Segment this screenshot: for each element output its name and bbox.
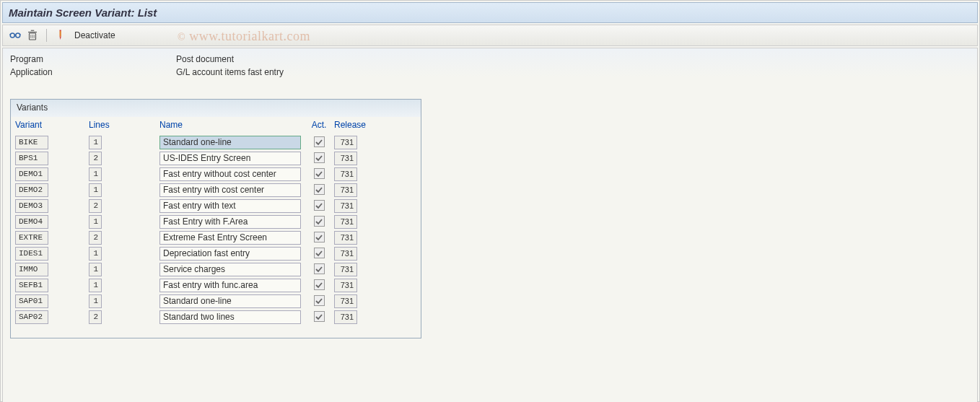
name-cell[interactable]: Fast entry with func.area xyxy=(159,279,301,292)
lines-cell[interactable]: 1 xyxy=(89,136,102,149)
lines-cell[interactable]: 1 xyxy=(89,183,102,197)
active-checkbox[interactable] xyxy=(314,279,325,290)
lines-cell[interactable]: 1 xyxy=(89,294,102,308)
active-checkbox[interactable] xyxy=(314,184,325,195)
table-row[interactable]: IMMO1Service charges731 xyxy=(15,261,416,277)
application-value: G/L account items fast entry xyxy=(176,67,284,77)
variant-cell[interactable]: DEMO2 xyxy=(15,183,48,197)
lines-cell[interactable]: 2 xyxy=(89,152,102,165)
release-cell[interactable]: 731 xyxy=(334,183,357,197)
column-header-release[interactable]: Release xyxy=(334,120,377,130)
column-header-act[interactable]: Act. xyxy=(308,120,330,130)
variant-cell[interactable]: IMMO xyxy=(15,263,48,276)
svg-rect-12 xyxy=(60,30,61,32)
column-header-name[interactable]: Name xyxy=(159,120,304,130)
name-cell[interactable]: US-IDES Entry Screen xyxy=(159,152,301,165)
lines-cell[interactable]: 1 xyxy=(89,247,102,261)
table-header: Variant Lines Name Act. Release xyxy=(15,117,416,133)
release-cell[interactable]: 731 xyxy=(334,247,357,261)
release-cell[interactable]: 731 xyxy=(334,263,357,276)
content-area: Program Post document Application G/L ac… xyxy=(2,48,978,402)
release-cell[interactable]: 731 xyxy=(334,136,357,149)
variant-cell[interactable]: BPS1 xyxy=(15,152,48,165)
name-cell[interactable]: Fast entry with text xyxy=(159,199,301,213)
active-checkbox[interactable] xyxy=(314,200,325,211)
active-checkbox[interactable] xyxy=(314,168,325,179)
variant-cell[interactable]: DEMO3 xyxy=(15,199,48,213)
lines-cell[interactable]: 2 xyxy=(89,310,102,324)
column-header-variant[interactable]: Variant xyxy=(15,120,84,130)
active-checkbox[interactable] xyxy=(314,311,325,322)
variants-panel-title: Variants xyxy=(11,100,421,115)
active-checkbox[interactable] xyxy=(314,232,325,242)
release-cell[interactable]: 731 xyxy=(334,231,357,245)
display-icon[interactable] xyxy=(9,29,22,42)
table-row[interactable]: SAP022Standard two lines731 xyxy=(15,309,416,325)
release-cell[interactable]: 731 xyxy=(334,215,357,229)
toolbar-separator xyxy=(46,29,47,42)
variant-cell[interactable]: DEMO1 xyxy=(15,167,48,181)
lines-cell[interactable]: 1 xyxy=(89,279,102,292)
release-cell[interactable]: 731 xyxy=(334,152,357,165)
active-checkbox[interactable] xyxy=(314,136,325,147)
lines-cell[interactable]: 2 xyxy=(89,231,102,245)
svg-rect-11 xyxy=(60,31,61,37)
lines-cell[interactable]: 2 xyxy=(89,199,102,213)
name-cell[interactable]: Fast entry without cost center xyxy=(159,167,301,181)
program-value: Post document xyxy=(176,54,234,64)
table-row[interactable]: DEMO41Fast Entry with F.Area731 xyxy=(15,214,416,230)
program-label: Program xyxy=(10,54,176,64)
svg-line-4 xyxy=(19,35,21,35)
name-cell[interactable]: Extreme Fast Entry Screen xyxy=(159,231,301,245)
variant-cell[interactable]: IDES1 xyxy=(15,247,48,261)
table-row[interactable]: DEMO11Fast entry without cost center731 xyxy=(15,166,416,182)
table-row[interactable]: EXTRE2Extreme Fast Entry Screen731 xyxy=(15,230,416,245)
variant-cell[interactable]: SEFB1 xyxy=(15,279,48,292)
variant-cell[interactable]: SAP01 xyxy=(15,294,48,308)
svg-point-0 xyxy=(10,33,14,38)
name-cell[interactable]: Standard two lines xyxy=(159,310,301,324)
release-cell[interactable]: 731 xyxy=(334,199,357,213)
name-cell[interactable]: Standard one-line xyxy=(159,294,301,308)
name-cell[interactable]: Depreciation fast entry xyxy=(159,247,301,261)
active-checkbox[interactable] xyxy=(314,248,325,258)
delete-icon[interactable] xyxy=(26,29,39,42)
name-cell[interactable]: Fast entry with cost center xyxy=(159,183,301,197)
lines-cell[interactable]: 1 xyxy=(89,215,102,229)
table-row[interactable]: DEMO32Fast entry with text731 xyxy=(15,198,416,214)
release-cell[interactable]: 731 xyxy=(334,310,357,324)
lines-cell[interactable]: 1 xyxy=(89,263,102,276)
release-cell[interactable]: 731 xyxy=(334,167,357,181)
variants-panel: Variants Variant Lines Name Act. Release… xyxy=(10,99,421,338)
variant-cell[interactable]: SAP02 xyxy=(15,310,48,324)
column-header-lines[interactable]: Lines xyxy=(89,120,155,130)
table-row[interactable]: IDES11Depreciation fast entry731 xyxy=(15,245,416,261)
toolbar: Deactivate xyxy=(2,25,978,46)
name-cell[interactable]: Service charges xyxy=(159,263,301,276)
active-checkbox[interactable] xyxy=(314,152,325,163)
variant-cell[interactable]: EXTRE xyxy=(15,231,48,245)
variant-cell[interactable]: BIKE xyxy=(15,136,48,149)
active-checkbox[interactable] xyxy=(314,295,325,306)
svg-point-1 xyxy=(16,33,20,38)
deactivate-button[interactable]: Deactivate xyxy=(71,29,118,42)
variant-cell[interactable]: DEMO4 xyxy=(15,215,48,229)
name-cell[interactable]: Fast Entry with F.Area xyxy=(159,215,301,229)
release-cell[interactable]: 731 xyxy=(334,294,357,308)
table-row[interactable]: BIKE1Standard one-line731 xyxy=(15,134,416,150)
table-row[interactable]: BPS12US-IDES Entry Screen731 xyxy=(15,150,416,166)
svg-line-3 xyxy=(10,35,12,35)
release-cell[interactable]: 731 xyxy=(334,279,357,292)
lines-cell[interactable]: 1 xyxy=(89,167,102,181)
name-cell[interactable]: Standard one-line xyxy=(159,136,301,149)
active-checkbox[interactable] xyxy=(314,216,325,227)
active-checkbox[interactable] xyxy=(314,263,325,274)
table-row[interactable]: SEFB11Fast entry with func.area731 xyxy=(15,277,416,293)
table-row[interactable]: SAP011Standard one-line731 xyxy=(15,293,416,309)
application-label: Application xyxy=(10,67,176,77)
table-row[interactable]: DEMO21Fast entry with cost center731 xyxy=(15,182,416,198)
activate-icon[interactable] xyxy=(54,29,67,42)
page-title: Maintain Screen Variant: List xyxy=(2,2,978,23)
